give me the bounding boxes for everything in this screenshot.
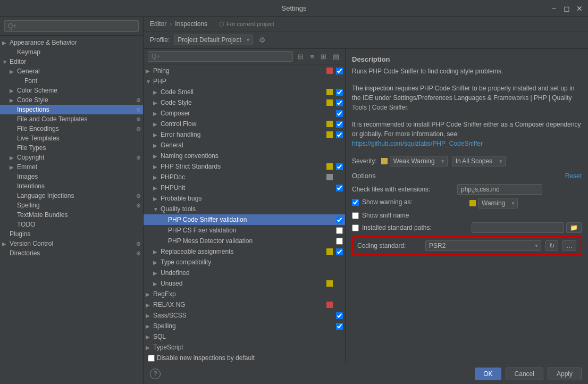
inspection-enabled-checkbox[interactable] (336, 89, 343, 96)
insp-item-naming-conventions[interactable]: ▶Naming conventions (144, 151, 345, 161)
collapse-all-button[interactable]: ⊞ (319, 52, 328, 62)
insp-item-code-style[interactable]: ▶Code Style (144, 97, 345, 108)
apply-button[interactable]: Apply (548, 368, 582, 380)
inspection-enabled-checkbox[interactable] (336, 163, 343, 170)
insp-item-type-compatibility[interactable]: ▶Type compatibility (144, 257, 345, 268)
insp-item-php[interactable]: ▼PHP (144, 76, 345, 87)
expand-arrow-icon: ▶ (146, 68, 153, 74)
profile-gear-button[interactable]: ⚙ (257, 35, 268, 45)
insp-item-code-smell[interactable]: ▶Code Smell (144, 87, 345, 97)
arrow-icon: ▶ (2, 40, 10, 46)
installed-paths-input[interactable] (472, 222, 564, 233)
ok-button[interactable]: OK (475, 368, 501, 380)
show-sniff-checkbox[interactable] (352, 212, 359, 219)
minimize-button[interactable]: − (550, 4, 558, 13)
sidebar-item-file-types[interactable]: File Types (0, 143, 143, 153)
sidebar-item-language-injections[interactable]: Language Injections⚙ (0, 191, 143, 201)
sidebar-item-keymap[interactable]: Keymap (0, 47, 143, 57)
insp-item-php-code-sniffer[interactable]: PHP Code Sniffer validation (144, 214, 345, 225)
insp-item-composer[interactable]: ▶Composer (144, 108, 345, 119)
inspection-enabled-checkbox[interactable] (336, 121, 343, 128)
sidebar-item-code-style[interactable]: ▶Code Style⚙ (0, 95, 143, 105)
insp-item-general[interactable]: ▶General (144, 140, 345, 151)
inspection-enabled-checkbox[interactable] (336, 312, 343, 319)
insp-item-spelling[interactable]: ▶Spelling (144, 321, 345, 331)
insp-item-phpdoc[interactable]: ▶PHPDoc (144, 172, 345, 182)
sidebar-item-editor[interactable]: ▼Editor (0, 57, 143, 66)
show-warning-checkbox[interactable] (352, 199, 359, 206)
sidebar-item-version-control[interactable]: ▶Version Control⚙ (0, 239, 143, 248)
extensions-input[interactable] (457, 184, 542, 195)
inspection-enabled-checkbox[interactable] (336, 185, 343, 191)
insp-item-probable-bugs[interactable]: ▶Probable bugs (144, 193, 345, 204)
insp-item-quality-tools[interactable]: ▼Quality tools (144, 204, 345, 214)
profile-label: Profile: (150, 36, 170, 44)
inspection-enabled-checkbox[interactable] (336, 99, 343, 106)
insp-item-sass-scss[interactable]: ▶Sass/SCSS (144, 310, 345, 321)
sidebar-item-images[interactable]: Images (0, 172, 143, 181)
sidebar-item-emmet[interactable]: ▶Emmet (0, 162, 143, 172)
description-link[interactable]: https://github.com/squizlabs/PHP_CodeSni… (352, 140, 483, 147)
profile-select[interactable]: Project Default Project Default (174, 35, 253, 45)
disable-new-inspections-checkbox[interactable] (148, 355, 155, 362)
sidebar-item-copyright[interactable]: ▶Copyright⚙ (0, 153, 143, 162)
expand-all-button[interactable]: ≡ (308, 52, 316, 62)
installed-paths-checkbox[interactable] (352, 224, 359, 231)
insp-item-phpunit[interactable]: ▶PHPUnit (144, 182, 345, 193)
cancel-button[interactable]: Cancel (506, 368, 543, 380)
help-button[interactable]: ? (150, 369, 161, 379)
insp-item-regexp[interactable]: ▶RegExp (144, 289, 345, 299)
inspection-enabled-checkbox[interactable] (336, 238, 343, 245)
insp-item-php-mess-detector[interactable]: PHP Mess Detector validation (144, 236, 345, 246)
sidebar-item-live-templates[interactable]: Live Templates (0, 133, 143, 143)
sidebar-item-font[interactable]: Font (0, 76, 143, 86)
warning-select[interactable]: Warning Error (478, 198, 518, 208)
installed-paths-browse-button[interactable]: 📁 (566, 222, 582, 233)
inspection-enabled-checkbox[interactable] (336, 110, 343, 117)
sidebar-item-intentions[interactable]: Intentions (0, 181, 143, 191)
insp-item-sql[interactable]: ▶SQL (144, 331, 345, 342)
filter-button[interactable]: ⊟ (296, 52, 305, 62)
sidebar-item-spelling[interactable]: Spelling⚙ (0, 201, 143, 210)
insp-item-phing[interactable]: ▶Phing (144, 65, 345, 76)
sidebar-item-file-code-templates[interactable]: File and Code Templates⚙ (0, 114, 143, 124)
sidebar-item-general[interactable]: ▶General (0, 66, 143, 76)
coding-standard-refresh-button[interactable]: ↻ (545, 240, 558, 251)
inspection-enabled-checkbox[interactable] (336, 248, 343, 255)
reset-link[interactable]: Reset (565, 172, 582, 180)
insp-item-php-strict-standards[interactable]: ▶PHP Strict Standards (144, 161, 345, 172)
inspection-enabled-checkbox[interactable] (336, 323, 343, 330)
arrow-icon: ▶ (2, 241, 10, 247)
coding-standard-more-button[interactable]: … (562, 240, 576, 251)
insp-item-error-handling[interactable]: ▶Error handling (144, 129, 345, 140)
insp-item-control-flow[interactable]: ▶Control Flow (144, 119, 345, 129)
inspections-search-input[interactable] (148, 51, 293, 62)
inspection-enabled-checkbox[interactable] (336, 227, 343, 234)
scope-select[interactable]: In All Scopes In Tests (452, 156, 506, 166)
sidebar-item-inspections[interactable]: Inspections⚙ (0, 105, 143, 114)
sidebar-item-textmate[interactable]: TextMate Bundles (0, 210, 143, 220)
inspection-enabled-checkbox[interactable] (336, 216, 343, 223)
sidebar-item-todo[interactable]: TODO (0, 220, 143, 229)
insp-item-typescript[interactable]: ▶TypeScript (144, 342, 345, 353)
group-button[interactable]: ▤ (331, 52, 341, 62)
insp-item-disable-new-inspections[interactable]: Disable new inspections by default (144, 353, 345, 363)
coding-standard-select[interactable]: PSR2 PSR1 PEAR Squiz Zend (425, 240, 541, 251)
sidebar-item-color-scheme[interactable]: ▶Color Scheme (0, 86, 143, 95)
severity-select[interactable]: Weak Warning Warning Error Info (390, 156, 448, 166)
restore-button[interactable]: ◻ (562, 4, 571, 13)
sidebar-item-file-encodings[interactable]: File Encodings⚙ (0, 124, 143, 133)
insp-item-replaceable-assignments[interactable]: ▶Replaceable assignments (144, 246, 345, 257)
insp-item-php-cs-fixer[interactable]: PHP CS Fixer validation (144, 225, 345, 236)
insp-item-label: Composer (161, 110, 326, 117)
insp-item-undefined[interactable]: ▶Undefined (144, 268, 345, 278)
inspection-enabled-checkbox[interactable] (336, 68, 343, 74)
sidebar-search-input[interactable] (4, 20, 139, 32)
close-button[interactable]: ✕ (575, 4, 584, 13)
insp-item-relax-ng[interactable]: ▶RELAX NG (144, 299, 345, 310)
inspection-enabled-checkbox[interactable] (336, 131, 343, 138)
insp-item-unused[interactable]: ▶Unused (144, 278, 345, 289)
sidebar-item-directories[interactable]: Directories⚙ (0, 248, 143, 258)
sidebar-item-plugins[interactable]: Plugins (0, 229, 143, 239)
sidebar-item-appearance[interactable]: ▶Appearance & Behavior (0, 38, 143, 47)
